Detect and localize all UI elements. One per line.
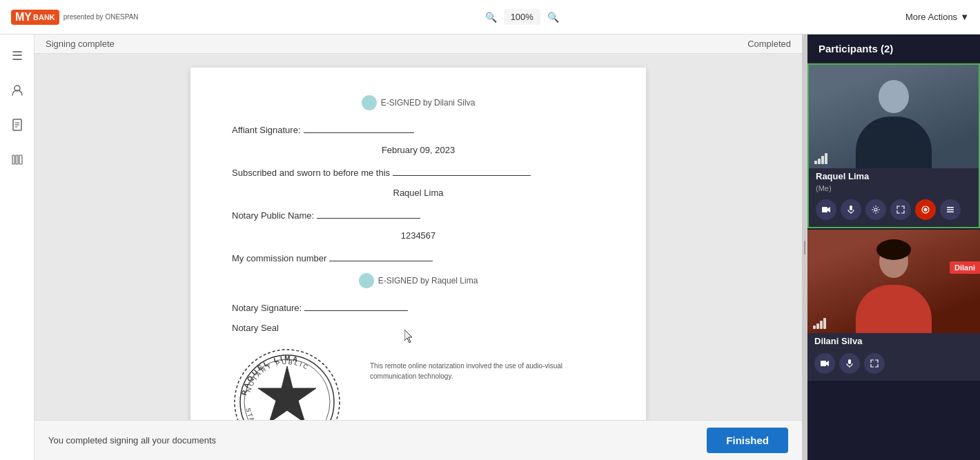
notary-sig-field (304, 300, 408, 311)
doc-bottom-bar: You completed signing all your documents… (35, 420, 802, 460)
raquel-signal-bars (814, 153, 827, 164)
raquel-controls (809, 195, 979, 227)
commission-field (329, 250, 433, 261)
raquel-mic-btn[interactable] (841, 199, 861, 220)
svg-rect-23 (947, 207, 954, 208)
affiant-sig-line: Affiant Signature: (232, 122, 605, 135)
document-page: E-SIGNED by Dilani Silva Affiant Signatu… (190, 68, 646, 420)
header-center: 🔍 100% 🔍 (139, 9, 905, 25)
raquel-sub: (Me) (809, 184, 979, 195)
notary-name-display: Raquel Lima (232, 188, 605, 198)
dilani-video-btn[interactable] (814, 353, 835, 374)
raquel-settings2-btn[interactable] (940, 199, 961, 220)
svg-rect-5 (12, 155, 14, 164)
participant-video-dilani (807, 230, 980, 333)
doc-toolbar: Signing complete Completed (35, 34, 802, 54)
header: MY BANK presented by ONESPAN 🔍 100% 🔍 Mo… (0, 0, 980, 34)
svg-marker-11 (258, 366, 316, 420)
commission-number-display: 1234567 (232, 230, 605, 241)
svg-text:NOTARY PUBLIC: NOTARY PUBLIC (245, 359, 311, 393)
svg-rect-25 (947, 212, 954, 213)
esigned-raquel-badge: E-SIGNED by Raquel Lima (359, 273, 478, 288)
dilani-expand-btn[interactable] (864, 353, 885, 374)
header-actions: More Actions ▼ (905, 12, 969, 22)
document-viewer: Signing complete Completed E-SIGNED by D… (35, 34, 802, 460)
sidebar-menu-icon[interactable]: ☰ (7, 46, 28, 66)
dilani-name-tag: Dilani (950, 261, 980, 274)
signing-complete-label: Signing complete (46, 39, 115, 49)
svg-rect-7 (19, 155, 22, 164)
video-feeds: Raquel Lima (Me) (807, 63, 980, 460)
cursor-indicator (404, 330, 414, 346)
participants-header: Participants (2) (807, 34, 980, 63)
chevron-down-icon: ▼ (960, 12, 969, 22)
dilani-name: Dilani Silva (807, 333, 980, 349)
logo-my: MY (15, 11, 32, 23)
raquel-expand-btn[interactable] (890, 199, 911, 220)
participants-panel: Participants (2) (807, 34, 980, 460)
svg-point-22 (924, 208, 928, 212)
completed-message: You completed signing all your documents (48, 435, 216, 446)
raquel-gear-btn[interactable] (865, 199, 886, 220)
svg-rect-18 (850, 206, 852, 210)
esign-circle-dilani (362, 95, 377, 110)
svg-point-20 (874, 208, 877, 211)
date-line: February 09, 2023 (232, 145, 605, 155)
raquel-video-btn[interactable] (816, 199, 836, 220)
more-actions-button[interactable]: More Actions ▼ (905, 12, 969, 22)
svg-rect-24 (947, 209, 954, 210)
notary-seal-svg: RAQUEL LIMA NOTARY PUBLIC STATE OF TEXAS (232, 347, 342, 420)
completed-label: Completed (747, 39, 791, 49)
sidebar-document-icon[interactable] (7, 114, 28, 135)
zoom-level: 100% (511, 12, 533, 22)
main-layout: ☰ Signing complete C (0, 34, 980, 460)
participant-card-raquel: Raquel Lima (Me) (807, 63, 980, 228)
participant-card-dilani: Dilani Dilani Silva (807, 230, 980, 381)
commission-line: My commission number (232, 250, 605, 263)
esigned-dilani-line: E-SIGNED by Dilani Silva (232, 95, 605, 112)
ron-note: This remote online notarization involved… (370, 347, 563, 381)
dilani-controls (807, 349, 980, 381)
subscribed-line: Subscribed and sworn to before me this (232, 165, 605, 178)
dilani-mic-btn[interactable] (839, 353, 860, 374)
svg-rect-26 (821, 361, 826, 366)
esign-circle-raquel (359, 273, 374, 288)
sidebar-user-icon[interactable] (7, 80, 28, 101)
notary-public-line: Notary Public Name: (232, 208, 605, 221)
affiant-sig-field (304, 122, 414, 133)
zoom-out-icon[interactable]: 🔍 (485, 12, 497, 23)
logo-badge: MY BANK (11, 10, 59, 25)
notary-seal-area: RAQUEL LIMA NOTARY PUBLIC STATE OF TEXAS (232, 347, 605, 420)
zoom-in-icon[interactable]: 🔍 (547, 12, 559, 23)
participant-video-raquel (809, 65, 979, 168)
logo-bank: BANK (33, 13, 55, 21)
notary-seal-label: Notary Seal (232, 323, 605, 333)
sworn-date-field (393, 165, 531, 176)
notary-sig-line: Notary Signature: (232, 300, 605, 313)
logo-area: MY BANK presented by ONESPAN (11, 10, 139, 25)
svg-rect-27 (848, 359, 851, 364)
svg-rect-6 (16, 155, 18, 164)
finished-button[interactable]: Finished (707, 428, 788, 453)
raquel-record-btn[interactable] (915, 199, 936, 220)
sidebar: ☰ (0, 34, 35, 460)
raquel-name: Raquel Lima (809, 168, 979, 184)
sidebar-library-icon[interactable] (7, 149, 28, 170)
dilani-signal-bars (813, 318, 826, 329)
zoom-controls: 100% (504, 9, 540, 25)
esigned-raquel-line: E-SIGNED by Raquel Lima (232, 273, 605, 290)
esigned-dilani-badge: E-SIGNED by Dilani Silva (362, 95, 476, 110)
panel-divider[interactable] (802, 34, 807, 460)
doc-scroll-area[interactable]: E-SIGNED by Dilani Silva Affiant Signatu… (35, 54, 802, 420)
logo-subtext: presented by ONESPAN (63, 13, 139, 21)
svg-rect-17 (822, 207, 827, 212)
notary-name-field (317, 208, 420, 219)
